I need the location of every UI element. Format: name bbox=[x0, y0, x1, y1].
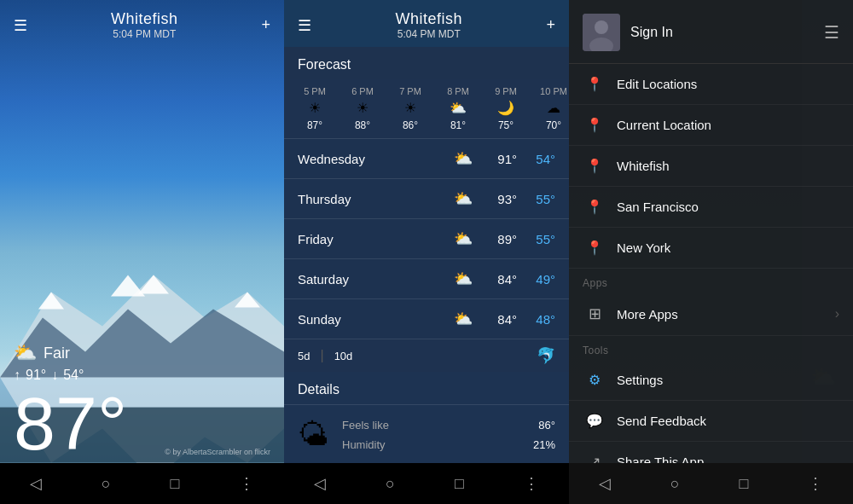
hourly-item-1: 5 PM ☀ 87° bbox=[298, 86, 332, 131]
hourly-temp-6: 70° bbox=[546, 119, 561, 131]
hourly-temp-2: 88° bbox=[355, 119, 370, 131]
daily-row-thursday[interactable]: Thursday ⛅ 93° 55° bbox=[284, 179, 569, 219]
recent-button[interactable]: □ bbox=[170, 475, 179, 493]
more-apps-chevron-icon: › bbox=[835, 306, 839, 322]
new-york-item[interactable]: 📍 New York bbox=[569, 228, 853, 269]
settings-item[interactable]: ⚙ Settings bbox=[569, 360, 853, 401]
daily-day-2: Thursday bbox=[298, 192, 454, 206]
apps-section-label: Apps bbox=[569, 269, 853, 293]
edit-locations-icon: 📍 bbox=[583, 76, 606, 92]
edit-locations-item[interactable]: 📍 Edit Locations bbox=[569, 64, 853, 105]
hourly-time-3: 7 PM bbox=[399, 86, 421, 96]
more-button[interactable]: ⋮ bbox=[239, 474, 254, 493]
settings-label: Settings bbox=[617, 373, 839, 387]
whitefish-label: Whitefish bbox=[617, 159, 839, 173]
whitefish-item[interactable]: 📍 Whitefish bbox=[569, 146, 853, 187]
hourly-icon-4: ⛅ bbox=[450, 100, 467, 116]
dolphin-icon: 🐬 bbox=[537, 346, 555, 365]
panel1-city: Whitefish bbox=[27, 10, 261, 28]
daily-hi-5: 84° bbox=[483, 312, 517, 327]
panel1-title-group: Whitefish 5:04 PM MDT bbox=[27, 10, 261, 40]
add-location-button[interactable]: + bbox=[261, 16, 270, 34]
tools-section-label: Tools bbox=[569, 336, 853, 360]
feels-like-row: Feels like 86° bbox=[342, 415, 555, 435]
forecast-range: 5d | 10d bbox=[298, 348, 352, 363]
hourly-item-4: 8 PM ⛅ 81° bbox=[441, 86, 475, 131]
panel2-hamburger[interactable]: ☰ bbox=[298, 16, 311, 35]
more-apps-label: More Apps bbox=[617, 307, 835, 322]
details-content: 🌤 Feels like 86° Humidity 21% bbox=[284, 405, 569, 465]
hourly-temp-1: 87° bbox=[307, 119, 322, 131]
hourly-icon-2: ☀ bbox=[357, 100, 368, 116]
daily-day-1: Wednesday bbox=[298, 152, 454, 166]
sun-cloud-icon: 🌤 bbox=[298, 417, 328, 453]
hourly-time-6: 10 PM bbox=[540, 86, 567, 96]
hourly-forecast[interactable]: 5 PM ☀ 87° 6 PM ☀ 88° 7 PM ☀ 86° 8 PM ⛅ bbox=[284, 79, 569, 139]
hourly-icon-3: ☀ bbox=[404, 100, 416, 116]
daily-lo-5: 48° bbox=[517, 312, 555, 327]
forecast-scroll[interactable]: Forecast 5 PM ☀ 87° 6 PM ☀ 88° 7 PM ☀ 86… bbox=[284, 47, 569, 504]
daily-hi-4: 84° bbox=[483, 272, 517, 287]
send-feedback-icon: 💬 bbox=[583, 413, 606, 429]
avatar bbox=[583, 14, 620, 51]
hourly-item-3: 7 PM ☀ 86° bbox=[393, 86, 427, 131]
san-francisco-label: San Francisco bbox=[617, 200, 839, 214]
san-francisco-item[interactable]: 📍 San Francisco bbox=[569, 187, 853, 228]
panel3-back-button[interactable]: ◁ bbox=[599, 474, 611, 493]
daily-row-friday[interactable]: Friday ⛅ 89° 55° bbox=[284, 219, 569, 259]
current-location-icon: 📍 bbox=[583, 117, 606, 133]
daily-hi-2: 93° bbox=[483, 192, 517, 206]
home-button[interactable]: ○ bbox=[102, 475, 111, 493]
daily-row-sunday[interactable]: Sunday ⛅ 84° 48° bbox=[284, 299, 569, 339]
photo-credit: © by AlbertaScrambler on flickr bbox=[165, 448, 270, 456]
hourly-icon-1: ☀ bbox=[309, 100, 321, 116]
humidity-label: Humidity bbox=[342, 438, 386, 451]
forecast-label: Forecast bbox=[284, 47, 569, 79]
daily-hi-1: 91° bbox=[483, 152, 517, 166]
panel2-recent-button[interactable]: □ bbox=[455, 475, 464, 493]
daily-row-wednesday[interactable]: Wednesday ⛅ 91° 54° bbox=[284, 139, 569, 179]
hourly-item-5: 9 PM 🌙 75° bbox=[489, 86, 523, 131]
hamburger-menu-button[interactable]: ☰ bbox=[14, 16, 27, 35]
daily-icon-4: ⛅ bbox=[454, 269, 473, 288]
current-location-item[interactable]: 📍 Current Location bbox=[569, 105, 853, 146]
details-section: Details 🌤 Feels like 86° Humidity 21% bbox=[284, 372, 569, 465]
hourly-time-5: 9 PM bbox=[495, 86, 517, 96]
panel3-recent-button[interactable]: □ bbox=[739, 475, 748, 493]
current-location-label: Current Location bbox=[617, 118, 839, 132]
panel1-navigation: ◁ ○ □ ⋮ bbox=[0, 463, 284, 504]
range-5d-button[interactable]: 5d bbox=[298, 350, 310, 362]
condition-text: Fair bbox=[44, 345, 70, 362]
edit-locations-label: Edit Locations bbox=[617, 77, 839, 91]
condition-icon: ⛅ bbox=[14, 342, 37, 364]
svg-point-12 bbox=[595, 20, 608, 34]
more-apps-item[interactable]: ⊞ More Apps › bbox=[569, 293, 853, 336]
panel-menu: ⛅ Sign In ☰ 📍 Edit Locations 📍 Current L… bbox=[569, 0, 853, 504]
send-feedback-label: Send Feedback bbox=[617, 414, 839, 428]
panel2-back-button[interactable]: ◁ bbox=[314, 474, 326, 493]
daily-day-3: Friday bbox=[298, 232, 454, 246]
signin-label[interactable]: Sign In bbox=[630, 25, 673, 40]
range-10d-button[interactable]: 10d bbox=[334, 350, 353, 362]
daily-icon-5: ⛅ bbox=[454, 310, 473, 328]
panel2-add-button[interactable]: + bbox=[546, 16, 555, 34]
panel3-navigation: ◁ ○ □ ⋮ bbox=[569, 463, 853, 504]
hourly-item-6: 10 PM ☁ 70° bbox=[537, 86, 569, 131]
daily-lo-1: 54° bbox=[517, 152, 555, 166]
back-button[interactable]: ◁ bbox=[30, 474, 42, 493]
panel3-home-button[interactable]: ○ bbox=[670, 475, 680, 493]
daily-icon-1: ⛅ bbox=[454, 149, 473, 168]
san-francisco-icon: 📍 bbox=[583, 199, 606, 215]
daily-lo-2: 55° bbox=[517, 192, 555, 206]
send-feedback-item[interactable]: 💬 Send Feedback bbox=[569, 401, 853, 442]
condition-row: ⛅ Fair bbox=[14, 342, 270, 364]
daily-lo-3: 55° bbox=[517, 232, 555, 246]
panel2-more-button[interactable]: ⋮ bbox=[524, 474, 539, 493]
hourly-temp-4: 81° bbox=[450, 119, 466, 131]
new-york-label: New York bbox=[617, 240, 839, 255]
details-label: Details bbox=[284, 372, 569, 405]
menu-hamburger-icon[interactable]: ☰ bbox=[824, 22, 839, 43]
panel2-home-button[interactable]: ○ bbox=[386, 475, 395, 493]
daily-row-saturday[interactable]: Saturday ⛅ 84° 49° bbox=[284, 259, 569, 299]
panel3-more-button[interactable]: ⋮ bbox=[808, 474, 823, 493]
